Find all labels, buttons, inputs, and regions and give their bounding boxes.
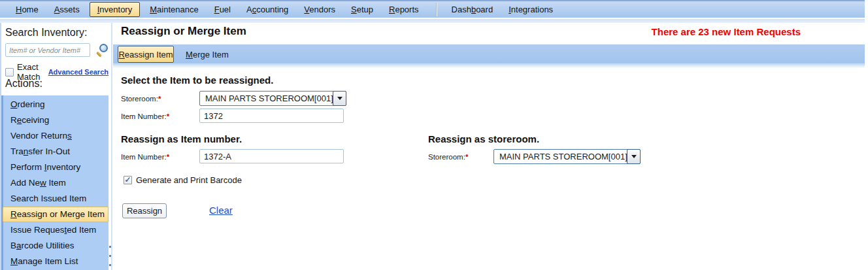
top-menu-bar: Home Assets Inventory Maintenance Fuel A… xyxy=(0,0,865,18)
required-marker: * xyxy=(167,112,169,120)
new-item-number-input[interactable] xyxy=(199,149,344,163)
splitter-grip-handle[interactable] xyxy=(109,246,112,270)
required-marker: * xyxy=(465,153,468,161)
page-title: Reassign or Merge Item xyxy=(121,25,246,38)
sidebar-item-manage-item-list[interactable]: Manage Item List xyxy=(3,254,110,269)
sidebar-item-add-new-item[interactable]: Add New Item xyxy=(3,175,110,191)
menu-inventory[interactable]: Inventory xyxy=(90,2,141,17)
menu-integrations[interactable]: Integrations xyxy=(501,2,561,17)
menu-bottom-strip xyxy=(0,19,865,23)
menu-reports[interactable]: Reports xyxy=(381,2,427,17)
menu-vendors[interactable]: Vendors xyxy=(296,2,343,17)
item-number-label: Item Number:* xyxy=(121,112,169,120)
search-inventory-heading: Search Inventory: xyxy=(1,23,108,39)
search-icon[interactable] xyxy=(95,44,108,57)
dropdown-button[interactable] xyxy=(333,91,346,106)
storeroom-select-value: MAIN PARTS STOREROOM[001] xyxy=(200,92,333,105)
sidebar-item-receiving[interactable]: Receiving xyxy=(3,112,110,128)
magnifier-handle xyxy=(96,51,102,57)
storeroom-label: Storeroom:* xyxy=(121,95,161,103)
magnifier-lens xyxy=(99,44,108,52)
menu-home[interactable]: Home xyxy=(8,2,46,17)
menu-maintenance[interactable]: Maintenance xyxy=(142,2,206,17)
item-requests-notice[interactable]: There are 23 new Item Requests xyxy=(652,26,801,37)
reassign-item-number-heading: Reassign as Item number. xyxy=(121,133,242,144)
chevron-down-icon xyxy=(337,97,342,100)
splitter-line xyxy=(111,23,112,270)
sidebar-item-vendor-returns[interactable]: Vendor Returns xyxy=(3,128,110,144)
select-item-heading: Select the Item to be reassigned. xyxy=(121,75,273,86)
sidebar-item-issue-requested-item[interactable]: Issue Requested Item xyxy=(3,222,110,238)
menu-dashboard[interactable]: Dashboard xyxy=(444,2,501,17)
sidebar-item-perform-inventory[interactable]: Perform Inventory xyxy=(3,160,110,175)
sidebar-item-reassign-or-merge-item[interactable]: Reassign or Merge Item xyxy=(3,207,108,222)
sidebar-item-ordering[interactable]: Ordering xyxy=(3,97,110,112)
menu-assets[interactable]: Assets xyxy=(46,2,88,17)
sidebar-item-barcode-utilities[interactable]: Barcode Utilities xyxy=(3,238,110,254)
new-item-number-label: Item Number:* xyxy=(121,153,169,161)
search-input[interactable] xyxy=(5,43,90,57)
required-marker: * xyxy=(167,153,169,161)
menu-setup[interactable]: Setup xyxy=(343,2,381,17)
chevron-down-icon xyxy=(631,155,637,158)
app-window: Home Assets Inventory Maintenance Fuel A… xyxy=(0,0,868,270)
tab-strip-edge-light xyxy=(113,65,865,67)
actions-list: Ordering Receiving Vendor Returns Transf… xyxy=(1,95,110,270)
generate-barcode-label: Generate and Print Barcode xyxy=(136,175,242,185)
actions-heading: Actions: xyxy=(5,78,42,90)
sidebar: Search Inventory: Exact Match Advanced S… xyxy=(0,23,108,270)
new-storeroom-select[interactable]: MAIN PARTS STOREROOM[001] xyxy=(493,149,641,164)
sidebar-item-transfer-in-out[interactable]: Transfer In-Out xyxy=(3,144,110,160)
item-number-input[interactable] xyxy=(199,109,344,123)
generate-barcode-checkbox[interactable]: ✓ xyxy=(124,176,132,184)
required-marker: * xyxy=(158,95,161,103)
storeroom-select[interactable]: MAIN PARTS STOREROOM[001] xyxy=(199,91,346,106)
menu-accounting[interactable]: Accounting xyxy=(239,2,296,17)
menu-fuel[interactable]: Fuel xyxy=(207,2,239,17)
menu-separator xyxy=(436,3,437,16)
new-storeroom-label: Storeroom:* xyxy=(428,153,468,161)
dropdown-button[interactable] xyxy=(627,149,641,164)
reassign-button[interactable]: Reassign xyxy=(122,203,167,218)
reassign-storeroom-heading: Reassign as storeroom. xyxy=(428,133,539,144)
tab-reassign-item[interactable]: Reassign Item xyxy=(118,46,174,63)
new-storeroom-select-value: MAIN PARTS STOREROOM[001] xyxy=(494,150,627,163)
tab-merge-item[interactable]: Merge Item xyxy=(182,46,233,63)
sidebar-item-search-issued-item[interactable]: Search Issued Item xyxy=(3,191,110,207)
exact-match-checkbox[interactable] xyxy=(5,68,14,76)
advanced-search-link[interactable]: Advanced Search xyxy=(48,68,108,76)
clear-link[interactable]: Clear xyxy=(209,205,233,216)
barcode-option-row: ✓ Generate and Print Barcode xyxy=(124,175,242,185)
